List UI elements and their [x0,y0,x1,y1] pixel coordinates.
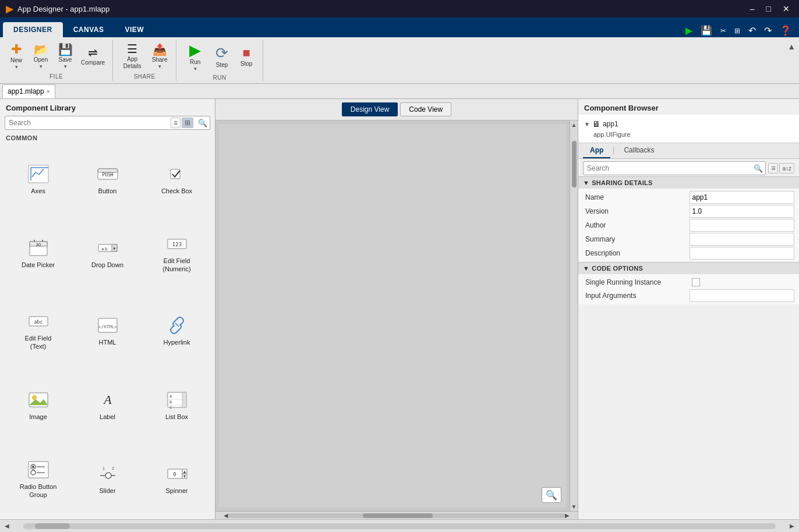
browser-search-input[interactable] [584,164,751,172]
comp-search-icon[interactable]: 🔍 [196,119,210,127]
tree-row-app1[interactable]: ▼ 🖥 app1 [584,118,793,130]
vscroll-up-arrow[interactable]: ▲ [570,120,578,129]
redo-quick-icon[interactable]: ↷ [761,24,775,37]
bottom-right-arrow[interactable]: ▶ [790,523,794,529]
app-details-button[interactable]: ☰ AppDetails [118,41,147,72]
comp-item-slider[interactable]: 1 2 Slider [74,442,141,517]
svg-text:c: c [169,405,172,410]
minimize-button[interactable]: – [747,3,758,15]
browser-tree: ▼ 🖥 app1 app.UIFigure [578,115,799,143]
comp-item-spinner[interactable]: 0 ▲ ▼ Spinner [143,442,210,517]
version-field-input[interactable] [690,205,795,218]
new-button[interactable]: ✚ New ▾ [5,41,28,72]
comp-item-image[interactable]: Image [5,371,72,439]
comp-item-editfield-numeric[interactable]: 123 Edit Field(Numeric) [143,216,210,291]
maximize-button[interactable]: □ [763,3,775,15]
comp-item-datepicker[interactable]: 30 Date Picker [5,216,72,291]
tree-row-uifigure[interactable]: app.UIFigure [584,130,793,139]
design-view-button[interactable]: Design View [342,102,398,116]
ribbon-collapse-button[interactable]: ▲ [784,41,799,52]
dropdown-label: Drop Down [91,261,123,269]
bottom-left-arrow[interactable]: ◀ [5,523,9,529]
svg-point-41 [105,473,111,478]
run-buttons: ▶ Run ▾ ⟳ Step ■ Stop [181,41,258,73]
copy-quick-icon[interactable]: ⊞ [731,26,743,36]
hscroll-thumb[interactable] [363,513,433,518]
cut-quick-icon[interactable]: ✂ [717,26,729,36]
comp-item-dropdown[interactable]: a b ▾ Drop Down [74,216,141,291]
list-sort-button[interactable]: ≡ [768,163,778,173]
comp-item-radiogroup[interactable]: Radio ButtonGroup [5,442,72,517]
share-icon: 📤 [153,44,167,55]
comp-item-button[interactable]: PUSH Button [74,145,141,214]
stop-button[interactable]: ■ Stop [235,45,258,69]
save-quick-icon[interactable]: 💾 [698,24,715,37]
hyperlink-label: Hyperlink [164,338,190,346]
compare-button[interactable]: ⇌ Compare [78,45,108,68]
tab-view[interactable]: VIEW [114,22,154,37]
file-tab-bar: app1.mlapp × [0,84,799,99]
open-button[interactable]: 📂 Open ▾ [29,42,52,71]
step-button[interactable]: ⟳ Step [210,44,234,70]
sharing-details-arrow: ▼ [583,179,589,186]
spinner-icon: 0 ▲ ▼ [165,463,189,484]
comp-item-listbox[interactable]: a b c List Box [143,371,210,439]
comp-library-title: Component Library [0,99,215,115]
svg-text:123: 123 [172,242,181,247]
author-field-input[interactable] [690,219,795,232]
hscroll-right-arrow[interactable]: ▶ [565,512,570,519]
file-tab-close[interactable]: × [47,88,50,95]
single-instance-checkbox[interactable] [692,278,700,286]
browser-search-bar: 🔍 [583,161,766,175]
tab-app[interactable]: App [583,143,610,158]
hscroll-track [228,513,565,518]
summary-field-input[interactable] [690,233,795,246]
svg-text:PUSH: PUSH [102,172,113,178]
canvas-vertical-scrollbar[interactable]: ▲ ▼ [570,120,578,511]
code-view-button[interactable]: Code View [400,102,451,116]
tab-callbacks[interactable]: Callbacks [617,143,661,158]
help-quick-icon[interactable]: ❓ [777,24,794,37]
list-view-button[interactable]: ≡ [171,118,181,128]
comp-item-checkbox[interactable]: Check Box [143,145,210,214]
app-details-icon: ☰ [127,43,137,55]
grid-view-button[interactable]: ⊞ [182,118,193,128]
az-sort-button[interactable]: a↕z [779,163,794,173]
comp-item-html[interactable]: </HTML> HTML [74,293,141,368]
tab-separator: | [610,143,617,158]
svg-text:b: b [105,247,107,251]
vscroll-down-arrow[interactable]: ▼ [570,502,578,511]
comp-item-label[interactable]: A Label [74,371,141,439]
browser-sort-buttons: ≡ a↕z [768,163,794,173]
svg-text:b: b [169,400,172,405]
hscroll-left-arrow[interactable]: ◀ [224,512,228,519]
comp-item-hyperlink[interactable]: Hyperlink [143,293,210,368]
vscroll-thumb[interactable] [572,141,577,187]
comp-item-axes[interactable]: Axes [5,145,72,214]
bottom-scroll-thumb[interactable] [35,523,70,529]
run-button[interactable]: ▶ Run ▾ [181,41,209,73]
sharing-details-section[interactable]: ▼ SHARING DETAILS [578,176,799,189]
close-button[interactable]: ✕ [779,3,793,15]
file-tab-app1[interactable]: app1.mlapp × [2,84,55,98]
html-icon: </HTML> [96,315,119,336]
file-buttons: ✚ New ▾ 📂 Open ▾ 💾 Save ▾ ⇌ Compare [5,41,108,72]
tab-designer[interactable]: DESIGNER [3,22,63,37]
browser-search-icon[interactable]: 🔍 [751,164,765,173]
save-button[interactable]: 💾 Save ▾ [54,42,77,71]
input-args-input[interactable] [690,289,795,302]
zoom-button[interactable]: 🔍 [542,487,561,503]
description-field-input[interactable] [690,247,795,260]
code-options-section[interactable]: ▼ CODE OPTIONS [578,262,799,274]
axes-icon [27,164,50,185]
share-button[interactable]: 📤 Share ▾ [148,42,171,71]
author-field-label: Author [583,219,688,231]
comp-item-editfield-text[interactable]: abc Edit Field(Text) [5,293,72,368]
svg-text:</HTML>: </HTML> [98,324,117,329]
stop-icon: ■ [242,47,250,59]
comp-library-search-input[interactable] [5,119,171,127]
name-field-input[interactable] [690,191,795,204]
tab-canvas[interactable]: CANVAS [63,22,115,37]
run-quick-icon[interactable]: ▶ [683,24,695,37]
undo-quick-icon[interactable]: ↶ [745,24,759,37]
